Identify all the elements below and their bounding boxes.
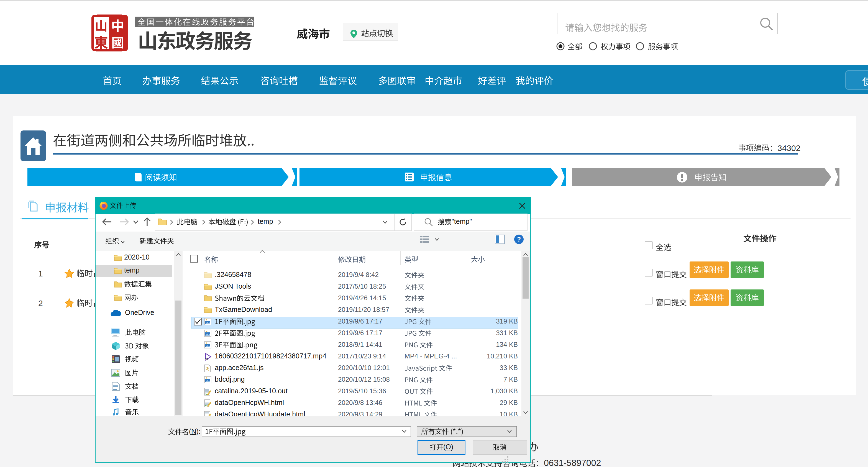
- svg-text:?: ?: [517, 236, 521, 243]
- svg-text:MP4: MP4: [205, 358, 209, 360]
